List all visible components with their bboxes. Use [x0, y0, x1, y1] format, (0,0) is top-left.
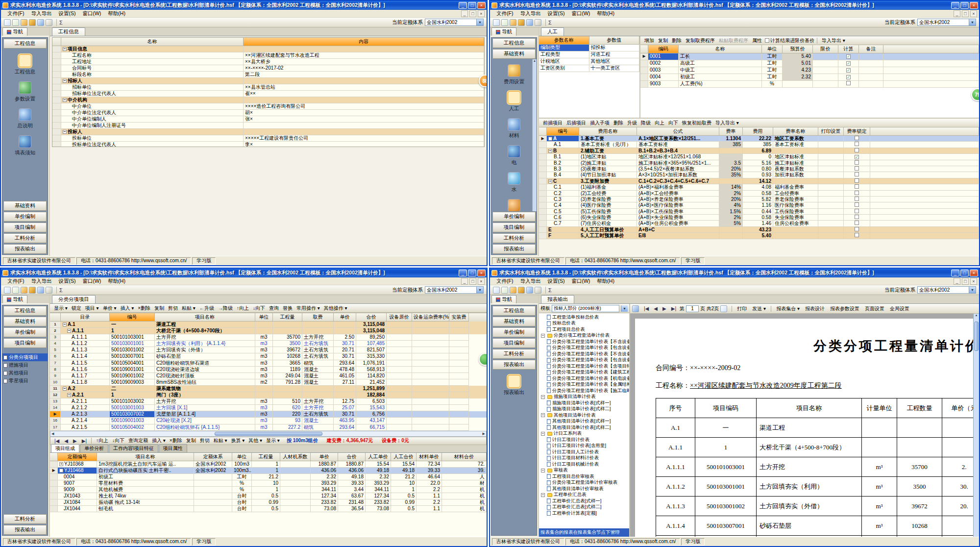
- col-5[interactable]: 计算: [838, 45, 859, 53]
- fee-row[interactable]: ▶−A1.基本工资A.1×地区工资系数×12/251...1.130422.22…: [539, 136, 979, 142]
- param-value[interactable]: 招投标: [589, 45, 640, 51]
- undo-icon[interactable]: [37, 19, 44, 26]
- checkbox-icon[interactable]: [855, 166, 859, 171]
- col-5[interactable]: 人材机系数: [280, 453, 311, 461]
- fee-lock[interactable]: [844, 197, 870, 202]
- checkbox-icon[interactable]: [855, 142, 859, 146]
- sidebar-item[interactable]: 风: [508, 199, 520, 211]
- col-4[interactable]: 工程量: [273, 313, 302, 322]
- menu-item[interactable]: 导入导出: [516, 10, 544, 17]
- page-number-input[interactable]: [686, 305, 699, 312]
- close-button[interactable]: ×: [970, 270, 978, 276]
- mdi-minimize-button[interactable]: _: [461, 10, 468, 17]
- col-0[interactable]: 定额编号: [58, 453, 97, 461]
- fee-print[interactable]: [818, 215, 844, 221]
- menu-item[interactable]: 帮助(H): [593, 10, 618, 17]
- sidebar-item[interactable]: 人工: [508, 91, 520, 112]
- quota-select[interactable]: 全国水利2002▼: [425, 286, 484, 294]
- fee-lock[interactable]: [844, 191, 870, 197]
- first-page-icon[interactable]: |◀: [642, 306, 651, 311]
- col-7[interactable]: 费率锁定: [844, 127, 870, 136]
- fee-lock[interactable]: [844, 227, 870, 233]
- sum-icon[interactable]: Σ: [548, 287, 552, 293]
- menu-item[interactable]: 文件(F): [493, 10, 516, 17]
- title-bar[interactable]: 求实水利水电造价系统 1.8.3.8 - [D:\求实软件\求实水利水电造价系统…: [490, 269, 979, 277]
- boq-row[interactable]: 3A.1.1.1500101003001土方开挖m335700土方开挖2.508…: [50, 334, 487, 341]
- col-2[interactable]: 单位: [762, 45, 783, 53]
- checkbox-icon[interactable]: [855, 148, 859, 152]
- fee-row[interactable]: C.7(7)住房公积金(A+B)×住房公积金费率5%1.46住房公积金费率: [539, 221, 979, 226]
- tree-item[interactable]: 工程量清单投标总价表: [540, 314, 629, 321]
- param-row[interactable]: 工资区类别十一类工资区: [539, 65, 639, 72]
- boq-row[interactable]: 14A.2.1.2500103001003土方回填 [X.1]m3620土方开挖…: [50, 405, 487, 411]
- toolbar-button[interactable]: 删除: [670, 37, 684, 44]
- col-9[interactable]: 人工合价: [391, 453, 416, 461]
- col-1[interactable]: 费用名称: [579, 127, 637, 136]
- tree-item[interactable]: 分类分项工程量清单计价表【不含设备】: [540, 339, 629, 345]
- redo-icon[interactable]: [535, 19, 541, 26]
- toolbar-button[interactable]: 后插项目: [564, 120, 588, 126]
- tree-item[interactable]: 其他项目清单计价审核表: [540, 486, 629, 492]
- col-5[interactable]: 取费: [302, 313, 334, 322]
- cap-cell[interactable]: [813, 60, 838, 67]
- tab-report[interactable]: 报表输出: [541, 295, 574, 303]
- checkbox-icon[interactable]: [855, 160, 859, 165]
- tree-item[interactable]: 分类分项工程量清单计价表【不含设备】: [540, 351, 629, 357]
- tree-item[interactable]: 其他项目清单计价表[式样二]: [540, 424, 629, 431]
- collapse-icon[interactable]: −: [541, 395, 545, 399]
- save-icon[interactable]: [21, 19, 27, 26]
- fee-row[interactable]: C.1(1)福利基金(A+B)×福利基金费率14%4.08福利基金费率: [539, 184, 979, 190]
- param-row[interactable]: 编制类型招投标: [539, 45, 639, 51]
- info-row[interactable]: 中介单位编制人张×: [52, 116, 484, 123]
- fee-rate[interactable]: 35%: [719, 172, 743, 178]
- next-page-icon[interactable]: ▶: [71, 438, 79, 444]
- restore-button[interactable]: □: [960, 2, 969, 9]
- fee-lock[interactable]: [844, 142, 870, 148]
- redo-icon[interactable]: [46, 287, 52, 294]
- col-4[interactable]: 费用: [743, 127, 773, 136]
- detail-row[interactable]: 0004初级工工时21.22.3249.182.3221.246.64人: [50, 474, 487, 480]
- fee-lock[interactable]: [844, 172, 870, 178]
- sum-icon[interactable]: Σ: [59, 287, 63, 293]
- chevron-down-icon[interactable]: ▼: [476, 19, 483, 25]
- toolbar-button[interactable]: 向下: [666, 120, 680, 126]
- boq-row[interactable]: 6A.1.1.4500103007001砂砾石垫层m310268土石方填筑30.…: [50, 353, 487, 360]
- param-value[interactable]: 十一类工资区: [589, 65, 640, 72]
- fee-row[interactable]: C.5(5)工伤保险费(A+B)×工伤保险费率1.5%0.44工伤保险费率: [539, 209, 979, 215]
- collapse-icon[interactable]: −: [541, 413, 545, 417]
- sidebar-item[interactable]: 参数设置: [15, 81, 35, 102]
- info-row[interactable]: −中介机构: [52, 97, 484, 103]
- fee-row[interactable]: C.3(3)养老保险费(A+B)×养老保险费率20%5.82养老保险费率: [539, 197, 979, 202]
- menu-item[interactable]: 导入导出: [27, 278, 55, 285]
- quota-select[interactable]: 全国水利2002▼: [917, 286, 976, 294]
- cap-cell[interactable]: [813, 67, 838, 74]
- fee-row[interactable]: E4.人工工日预算单价A+B+C43.23: [539, 227, 979, 233]
- print-icon[interactable]: [29, 19, 36, 26]
- mdi-minimize-button[interactable]: _: [461, 278, 468, 285]
- fee-rate[interactable]: 3.5: [719, 160, 743, 166]
- tab-boq[interactable]: 分类分项项目: [52, 295, 96, 303]
- new-icon[interactable]: [493, 19, 500, 26]
- note-cell[interactable]: [859, 67, 883, 74]
- info-row[interactable]: −招标人: [52, 78, 484, 84]
- menu-item[interactable]: 设置(S): [544, 10, 568, 17]
- toolbar-button[interactable]: 剪切: [198, 437, 212, 444]
- tree-item[interactable]: 分类分项工程量清单计价表【包含设备】: [540, 345, 629, 351]
- row-value[interactable]: ×××××工程建设有限责任公司: [244, 135, 484, 142]
- tab-labor[interactable]: 人工: [541, 27, 564, 36]
- detail-row[interactable]: 9009其他机械费%1344.113.44344.1112.2机: [50, 487, 487, 493]
- fee-lock[interactable]: [844, 215, 870, 221]
- toolbar-button[interactable]: 向上: [653, 120, 666, 126]
- sidebar-button[interactable]: 单价编制: [492, 327, 536, 337]
- param-value[interactable]: 其他地区: [589, 58, 640, 65]
- col-content[interactable]: 内容: [244, 38, 484, 46]
- collapse-icon[interactable]: −: [548, 149, 552, 153]
- sidebar-tree-item[interactable]: 措施项目: [2, 361, 48, 369]
- mdi-minimize-button[interactable]: _: [954, 10, 960, 17]
- toolbar-button[interactable]: ←升级: [197, 305, 216, 312]
- sidebar-button[interactable]: 工料分析: [3, 514, 47, 524]
- note-cell[interactable]: [859, 53, 883, 60]
- mdi-close-button[interactable]: ×: [478, 10, 485, 17]
- collapse-icon[interactable]: −: [63, 323, 67, 326]
- info-row[interactable]: 投标单位法定代表人李×: [52, 142, 484, 147]
